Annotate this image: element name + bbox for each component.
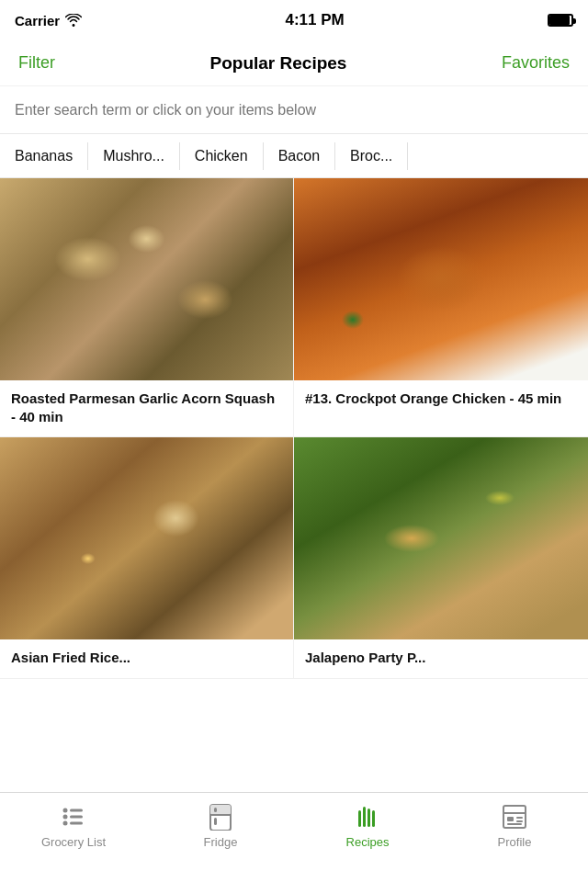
carrier-text: Carrier bbox=[15, 13, 60, 28]
ingredient-chip[interactable]: Broc... bbox=[335, 142, 408, 170]
recipe-title: #13. Crockpot Orange Chicken - 45 min bbox=[305, 390, 577, 408]
svg-rect-18 bbox=[507, 823, 522, 825]
recipe-card[interactable]: Jalapeno Party P... bbox=[294, 437, 588, 679]
recipe-title: Asian Fried Rice... bbox=[11, 649, 282, 667]
status-time: 4:11 PM bbox=[285, 11, 344, 29]
nav-profile[interactable]: Profile bbox=[441, 802, 588, 849]
ingredient-chip[interactable]: Bacon bbox=[264, 142, 335, 170]
recipe-card[interactable]: Roasted Parmesan Garlic Acorn Squash - 4… bbox=[0, 178, 294, 437]
recipe-image bbox=[0, 437, 293, 639]
profile-icon bbox=[500, 802, 529, 831]
nav-grocery-list[interactable]: Grocery List bbox=[0, 802, 147, 849]
nav-recipes-label: Recipes bbox=[346, 835, 390, 849]
nav-grocery-list-label: Grocery List bbox=[41, 835, 106, 849]
recipe-image bbox=[294, 178, 588, 380]
ingredient-chip[interactable]: Chicken bbox=[180, 142, 264, 170]
nav-profile-label: Profile bbox=[498, 835, 532, 849]
search-input[interactable] bbox=[15, 96, 573, 125]
ingredient-chips: BananasMushro...ChickenBaconBroc... bbox=[0, 134, 588, 178]
ingredient-chip[interactable]: Bananas bbox=[11, 142, 88, 170]
nav-fridge[interactable]: Fridge bbox=[147, 802, 294, 849]
filter-button[interactable]: Filter bbox=[18, 53, 55, 73]
ingredient-chip[interactable]: Mushro... bbox=[88, 142, 180, 170]
svg-point-2 bbox=[63, 815, 68, 820]
svg-rect-17 bbox=[507, 817, 514, 821]
recipe-grid: Roasted Parmesan Garlic Acorn Squash - 4… bbox=[0, 178, 588, 679]
recipes-icon bbox=[353, 802, 382, 831]
svg-point-4 bbox=[63, 821, 68, 826]
battery-icon bbox=[548, 14, 573, 27]
wifi-icon bbox=[65, 14, 82, 27]
nav-fridge-label: Fridge bbox=[204, 835, 238, 849]
page-title: Popular Recipes bbox=[210, 53, 347, 74]
recipe-card[interactable]: Asian Fried Rice... bbox=[0, 437, 294, 679]
search-bar bbox=[0, 86, 588, 134]
svg-rect-7 bbox=[210, 805, 231, 815]
fridge-icon bbox=[206, 802, 235, 831]
svg-rect-14 bbox=[372, 810, 375, 827]
svg-rect-10 bbox=[214, 818, 217, 825]
nav-recipes[interactable]: Recipes bbox=[294, 802, 441, 849]
svg-rect-13 bbox=[368, 808, 370, 827]
recipe-title: Jalapeno Party P... bbox=[305, 649, 577, 667]
recipe-image bbox=[0, 178, 293, 380]
grocery-list-icon bbox=[59, 802, 88, 831]
favorites-button[interactable]: Favorites bbox=[502, 53, 570, 73]
svg-rect-1 bbox=[70, 809, 83, 812]
svg-rect-3 bbox=[70, 816, 83, 819]
recipe-image bbox=[294, 437, 588, 639]
svg-rect-20 bbox=[516, 820, 523, 822]
recipe-card[interactable]: #13. Crockpot Orange Chicken - 45 min bbox=[294, 178, 588, 437]
svg-rect-11 bbox=[358, 810, 361, 827]
status-bar: Carrier 4:11 PM bbox=[0, 0, 588, 40]
app-header: Filter Popular Recipes Favorites bbox=[0, 40, 588, 86]
svg-rect-19 bbox=[516, 817, 523, 819]
svg-rect-9 bbox=[214, 808, 217, 812]
svg-rect-12 bbox=[363, 807, 366, 827]
recipe-title: Roasted Parmesan Garlic Acorn Squash - 4… bbox=[11, 390, 282, 425]
bottom-nav: Grocery List Fridge Recipes bbox=[0, 792, 588, 882]
svg-rect-5 bbox=[70, 822, 83, 825]
svg-point-0 bbox=[63, 808, 68, 813]
